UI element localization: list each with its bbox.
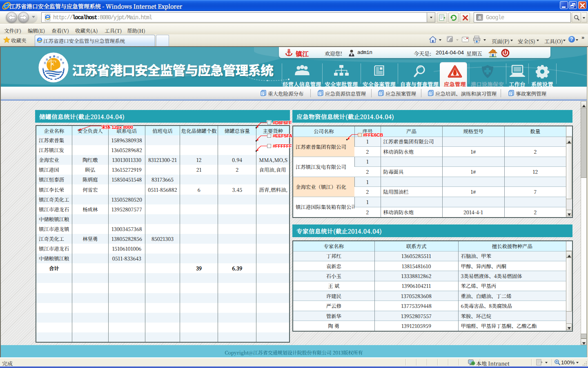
svg-text:省: 省 bbox=[49, 56, 51, 59]
svg-text:安: 安 bbox=[60, 58, 62, 61]
svg-text:江: 江 bbox=[44, 61, 47, 65]
svg-text:港: 港 bbox=[53, 55, 56, 58]
svg-text:苏: 苏 bbox=[46, 58, 48, 61]
svg-text:口: 口 bbox=[57, 56, 59, 59]
svg-text:全: 全 bbox=[62, 61, 65, 65]
